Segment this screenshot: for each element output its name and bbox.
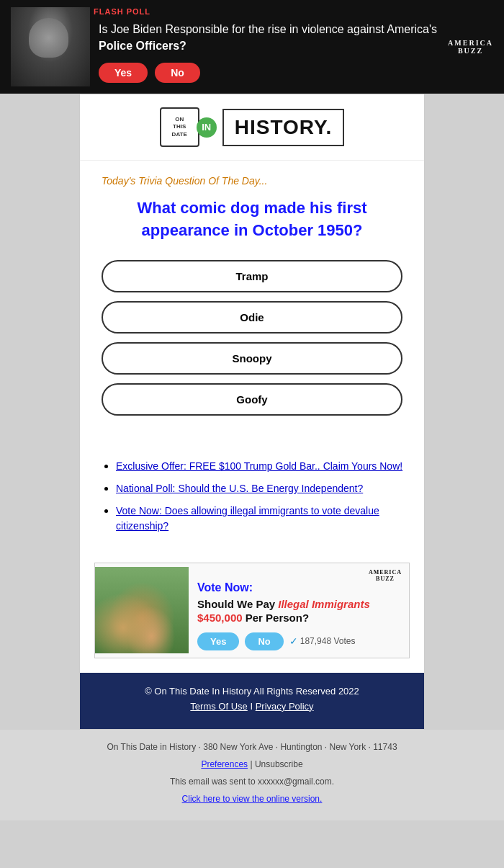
list-item: National Poll: Should the U.S. Be Energy… xyxy=(116,481,410,496)
terms-link[interactable]: Terms Of Use xyxy=(190,701,247,712)
ad-banner: AMERICA BUZZ Vote Now: Should We Pay Ill… xyxy=(94,563,410,658)
view-online: Click here to view the online version. xyxy=(14,792,490,806)
list-item: Exclusive Offer: FREE $100 Trump Gold Ba… xyxy=(116,459,410,474)
flash-poll-banner: FLASH POLL Is Joe Biden Responsible for … xyxy=(0,0,504,94)
view-online-link[interactable]: Click here to view the online version. xyxy=(182,794,323,804)
email-text: This email was sent to xxxxxx@gmail.com. xyxy=(14,775,490,789)
trivia-section: Today's Trivia Question Of The Day... Wh… xyxy=(80,161,424,459)
footer-links: Terms Of Use I Privacy Policy xyxy=(94,701,410,712)
answer-options: Tramp Odie Snoopy Goofy xyxy=(102,260,402,416)
immigrants-poll-link[interactable]: Vote Now: Does allowing illegal immigran… xyxy=(116,505,379,532)
buzz-logo: AMERICA BUZZ xyxy=(448,39,493,55)
ad-photo xyxy=(95,567,189,653)
flash-poll-no-button[interactable]: No xyxy=(155,63,200,83)
ad-votes: ✓ 187,948 Votes xyxy=(289,635,356,647)
energy-poll-link[interactable]: National Poll: Should the U.S. Be Energy… xyxy=(116,483,363,494)
flash-poll-question: Is Joe Biden Responsible for the rise in… xyxy=(99,22,439,54)
answer-goofy[interactable]: Goofy xyxy=(102,383,402,416)
history-text: HISTORY. xyxy=(222,109,345,146)
flash-poll-yes-button[interactable]: Yes xyxy=(99,63,148,83)
preferences-link[interactable]: Preferences xyxy=(201,759,248,769)
flash-poll-label: FLASH POLL xyxy=(94,7,150,16)
flash-poll-photo xyxy=(11,7,90,86)
ad-vote-now: Vote Now: xyxy=(197,581,400,594)
trump-gold-link[interactable]: Exclusive Offer: FREE $100 Trump Gold Ba… xyxy=(116,460,402,472)
answer-tramp[interactable]: Tramp xyxy=(102,260,402,292)
history-logo: ON THIS DATE IN HISTORY. xyxy=(160,107,345,147)
footer-section: © On This Date In History All Rights Res… xyxy=(80,673,424,729)
ad-no-button[interactable]: No xyxy=(245,632,283,650)
answer-snoopy[interactable]: Snoopy xyxy=(102,342,402,375)
address-text: On This Date in History · 380 New York A… xyxy=(14,741,490,754)
votes-count: 187,948 Votes xyxy=(300,636,356,646)
preferences-row: Preferences | Unsubscribe xyxy=(14,758,490,771)
copyright-text: © On This Date In History All Rights Res… xyxy=(94,686,410,697)
main-content-box: ON THIS DATE IN HISTORY. Today's Trivia … xyxy=(79,94,425,730)
history-in-badge: IN xyxy=(197,117,217,138)
trivia-question: What comic dog made his first appearance… xyxy=(102,197,402,242)
links-list: Exclusive Offer: FREE $100 Trump Gold Ba… xyxy=(102,459,410,534)
unsubscribe-text: Unsubscribe xyxy=(255,759,303,769)
history-calendar: ON THIS DATE xyxy=(160,107,199,147)
list-item: Vote Now: Does allowing illegal immigran… xyxy=(116,504,410,534)
ad-yes-button[interactable]: Yes xyxy=(197,632,239,650)
flash-poll-content: Is Joe Biden Responsible for the rise in… xyxy=(99,11,439,83)
bottom-bar: On This Date in History · 380 New York A… xyxy=(0,730,504,821)
footer-separator: I xyxy=(250,701,253,712)
answer-odie[interactable]: Odie xyxy=(102,301,402,334)
ad-buzz-logo: AMERICA BUZZ xyxy=(369,569,402,582)
privacy-link[interactable]: Privacy Policy xyxy=(256,701,314,712)
ad-crowd-photo xyxy=(95,567,189,653)
flash-poll-buttons: Yes No xyxy=(99,63,439,83)
ad-content: AMERICA BUZZ Vote Now: Should We Pay Ill… xyxy=(189,563,409,658)
history-header: ON THIS DATE IN HISTORY. xyxy=(80,94,424,161)
links-section: Exclusive Offer: FREE $100 Trump Gold Ba… xyxy=(80,459,424,555)
ad-question: Should We Pay Illegal Immigrants $450,00… xyxy=(197,597,400,625)
trivia-label: Today's Trivia Question Of The Day... xyxy=(102,175,402,187)
checkmark-icon: ✓ xyxy=(289,635,298,647)
person-photo xyxy=(11,7,90,86)
ad-buttons-row: Yes No ✓ 187,948 Votes xyxy=(197,632,400,650)
